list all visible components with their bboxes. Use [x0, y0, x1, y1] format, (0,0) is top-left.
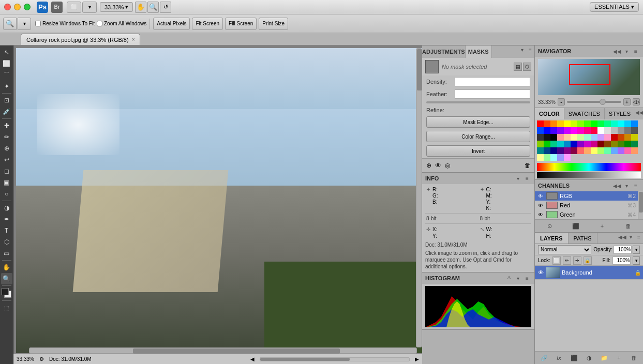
color-swatch-item[interactable] — [597, 147, 604, 154]
zoom-in-nav[interactable]: + — [623, 98, 631, 105]
color-swatch-item[interactable] — [591, 141, 597, 147]
color-swatch-item[interactable] — [577, 141, 584, 147]
path-tool[interactable]: ⬡ — [1, 236, 12, 248]
clone-tool[interactable]: ⊕ — [1, 143, 12, 154]
warning-icon[interactable]: ⚠ — [505, 274, 513, 281]
magic-wand-tool[interactable]: ✦ — [1, 81, 12, 92]
v-scrollbar-thumb[interactable] — [417, 49, 422, 90]
color-swatch-item[interactable] — [597, 120, 604, 127]
zoom-tool-title[interactable]: 🔍 — [147, 2, 159, 13]
feather-slider[interactable] — [426, 101, 530, 103]
invert-btn[interactable]: Invert — [426, 145, 530, 157]
blur-tool[interactable]: ○ — [1, 188, 12, 200]
color-swatch-item[interactable] — [618, 141, 624, 147]
view-mode-btn2[interactable]: ▾ — [82, 2, 97, 13]
screen-mode-btn[interactable]: ⬚ — [1, 302, 12, 313]
lock-transparent-btn[interactable]: ⬜ — [552, 256, 561, 265]
color-swatch-item[interactable] — [564, 120, 571, 127]
color-swatch-item[interactable] — [584, 141, 591, 147]
channel-row-rgb[interactable]: 👁 RGB ⌘2 — [535, 191, 638, 201]
shape-tool[interactable]: ▭ — [1, 248, 12, 259]
link-layers-btn[interactable]: 🔗 — [540, 353, 549, 362]
color-swatch-item[interactable] — [550, 154, 557, 161]
h-scrollbar-thumb[interactable] — [133, 348, 340, 354]
delete-layer-btn[interactable]: 🗑 — [630, 353, 639, 362]
color-swatch-item[interactable] — [624, 127, 631, 134]
tab-paths[interactable]: PATHS — [569, 233, 597, 244]
color-swatch-item[interactable] — [557, 147, 564, 154]
color-swatch-item[interactable] — [618, 127, 624, 134]
color-swatch-item[interactable] — [631, 147, 638, 154]
color-swatch-item[interactable] — [624, 147, 631, 154]
color-swatch-item[interactable] — [564, 141, 571, 147]
color-swatch-item[interactable] — [584, 147, 591, 154]
lock-all-btn[interactable]: 🔒 — [584, 256, 592, 265]
color-swatch-item[interactable] — [544, 141, 550, 147]
tab-adjustments[interactable]: ADJUSTMENTS — [422, 46, 466, 58]
color-swatch-item[interactable] — [611, 141, 618, 147]
channel-row-green[interactable]: 👁 Green ⌘4 — [535, 210, 638, 219]
scroll-right-btn[interactable]: ▶ — [415, 356, 419, 362]
color-swatch-item[interactable] — [571, 127, 577, 134]
view-mode-btn[interactable]: ⬜ — [67, 2, 81, 13]
add-vector-mask-icon[interactable]: ⬡ — [523, 63, 531, 71]
add-mask-btn[interactable]: ⬛ — [570, 353, 579, 362]
color-range-btn[interactable]: Color Range... — [426, 131, 530, 142]
type-tool[interactable]: T — [1, 225, 12, 236]
color-swatch-item[interactable] — [604, 134, 611, 141]
lock-position-btn[interactable]: ✛ — [573, 256, 581, 265]
info-menu[interactable]: ≡ — [523, 174, 531, 183]
collapse-adjustments[interactable]: ▾ — [518, 46, 526, 54]
dotted-circle-icon[interactable]: ⊙ — [545, 221, 554, 231]
color-swatch-item[interactable] — [537, 120, 544, 127]
tab-swatches[interactable]: SWATCHES — [564, 108, 605, 119]
fill-arrow[interactable]: ▾ — [633, 256, 640, 265]
channel-eye-icon[interactable]: 👁 — [537, 202, 544, 209]
rotate-tool-title[interactable]: ↺ — [160, 2, 171, 13]
tab-close-btn[interactable]: × — [132, 37, 135, 42]
canvas-area[interactable]: 33.33% ⚙ Doc: 31.0M/31.0M ◀ ▶ — [13, 46, 422, 364]
color-swatch-item[interactable] — [611, 134, 618, 141]
channel-row-red[interactable]: 👁 Red ⌘3 — [535, 201, 638, 210]
tab-masks[interactable]: MASKS — [466, 46, 492, 58]
color-swatch-item[interactable] — [611, 147, 618, 154]
expand-color[interactable]: ◀◀ — [635, 108, 643, 116]
essentials-button[interactable]: ESSENTIALS ▾ — [590, 2, 639, 12]
color-swatch-item[interactable] — [584, 120, 591, 127]
apply-mask-icon[interactable]: ⊕ — [424, 161, 433, 170]
add-pixel-mask-icon[interactable]: ▤ — [514, 63, 522, 71]
color-spectrum[interactable] — [537, 163, 641, 171]
color-swatch-item[interactable] — [604, 120, 611, 127]
nav-thumbnail[interactable] — [538, 59, 640, 95]
color-swatch-item[interactable] — [557, 127, 564, 134]
h-scrollbar[interactable] — [29, 347, 417, 354]
color-swatch[interactable] — [2, 288, 12, 298]
histogram-menu[interactable]: ≡ — [523, 274, 531, 282]
zoom-display[interactable]: 33.33% ▾ — [100, 2, 133, 12]
eyedropper-tool[interactable]: 💉 — [1, 106, 12, 117]
fx-btn[interactable]: fx — [555, 353, 564, 362]
color-swatch-item[interactable] — [584, 127, 591, 134]
color-swatch-item[interactable] — [557, 134, 564, 141]
view-mask-icon[interactable]: 👁 — [433, 161, 443, 170]
tab-styles[interactable]: STYLES — [605, 108, 635, 119]
expand-nav[interactable]: ◀◀ — [613, 47, 621, 55]
color-swatch-item[interactable] — [624, 134, 631, 141]
color-swatch-item[interactable] — [544, 120, 550, 127]
color-swatch-item[interactable] — [571, 134, 577, 141]
print-size-btn[interactable]: Print Size — [259, 18, 288, 30]
color-swatch-item[interactable] — [557, 120, 564, 127]
color-swatch-item[interactable] — [557, 141, 564, 147]
panel-menu-adjustments[interactable]: ≡ — [526, 46, 534, 54]
color-swatch-item[interactable] — [611, 127, 618, 134]
tab-layers[interactable]: LAYERS — [535, 233, 569, 244]
color-swatch-item[interactable] — [597, 134, 604, 141]
feather-input[interactable] — [455, 89, 530, 99]
blend-mode-select[interactable]: Normal — [538, 245, 591, 254]
color-swatch-item[interactable] — [631, 120, 638, 127]
zoom-in-tool[interactable]: 🔍 — [3, 18, 17, 30]
color-swatch-item[interactable] — [604, 127, 611, 134]
resize-windows-check[interactable]: Resize Windows To Fit — [35, 21, 95, 26]
color-swatch-item[interactable] — [577, 127, 584, 134]
nav-arrows[interactable]: ◁▷ — [633, 98, 640, 105]
